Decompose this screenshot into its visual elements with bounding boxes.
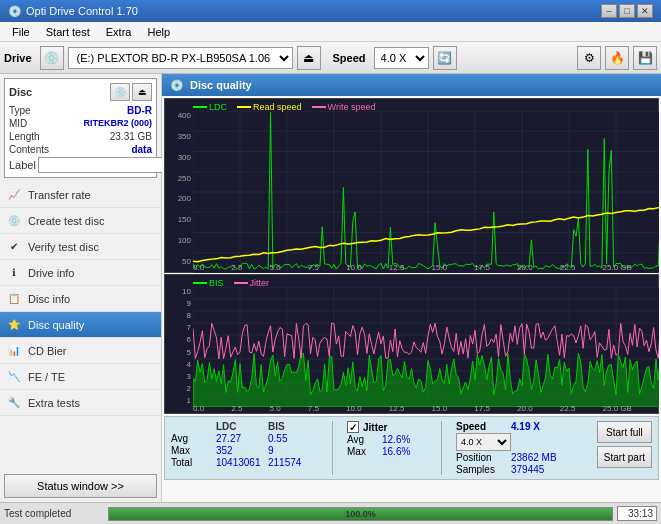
start-full-button[interactable]: Start full <box>597 421 652 443</box>
nav-label-fe-te: FE / TE <box>28 371 65 383</box>
disc-eject-button[interactable]: ⏏ <box>132 83 152 101</box>
main-layout: Disc 💿 ⏏ Type BD-R MID RITEKBR2 (000) Le… <box>0 74 661 502</box>
sidebar-item-transfer-rate[interactable]: 📈 Transfer rate <box>0 182 161 208</box>
sidebar-item-extra-tests[interactable]: 🔧 Extra tests <box>0 390 161 416</box>
statusbar: Test completed 100.0% 33:13 <box>0 502 661 524</box>
disc-length-field: Length 23.31 GB <box>9 131 152 142</box>
disc-load-button[interactable]: 💿 <box>110 83 130 101</box>
disc-info-panel: Disc 💿 ⏏ Type BD-R MID RITEKBR2 (000) Le… <box>4 78 157 178</box>
content-area: 💿 Disc quality LDC Read speed <box>162 74 661 502</box>
nav-icon-transfer-rate: 📈 <box>6 187 22 203</box>
legend-ldc: LDC <box>193 102 227 112</box>
top-chart-canvas <box>193 111 659 273</box>
top-chart-x-axis: 0.0 2.5 5.0 7.5 10.0 12.5 15.0 17.5 20.0… <box>193 263 632 272</box>
samples-row: Samples 379445 <box>456 464 571 475</box>
sidebar-item-fe-te[interactable]: 📉 FE / TE <box>0 364 161 390</box>
burn-button[interactable]: 🔥 <box>605 46 629 70</box>
speed-label: Speed <box>333 52 366 64</box>
nav-icon-verify-test-disc: ✔ <box>6 239 22 255</box>
status-text: Test completed <box>4 508 104 519</box>
legend-jitter: Jitter <box>234 278 270 288</box>
jitter-checkbox[interactable]: ✓ <box>347 421 359 433</box>
menu-help[interactable]: Help <box>139 22 178 41</box>
nav-icon-drive-info: ℹ <box>6 265 22 281</box>
sidebar: Disc 💿 ⏏ Type BD-R MID RITEKBR2 (000) Le… <box>0 74 162 502</box>
menu-start-test[interactable]: Start test <box>38 22 98 41</box>
avg-row: Avg 27.27 0.55 <box>171 433 318 444</box>
disc-section-title: Disc <box>9 86 32 98</box>
status-window-button[interactable]: Status window >> <box>4 474 157 498</box>
progress-text: 100.0% <box>345 509 376 519</box>
nav-label-drive-info: Drive info <box>28 267 74 279</box>
save-button[interactable]: 💾 <box>633 46 657 70</box>
minimize-button[interactable]: – <box>601 4 617 18</box>
app-icon: 💿 <box>8 5 22 18</box>
legend-read-speed: Read speed <box>237 102 302 112</box>
refresh-button[interactable]: 🔄 <box>433 46 457 70</box>
speed-select[interactable]: 4.0 X <box>374 47 429 69</box>
nav-label-extra-tests: Extra tests <box>28 397 80 409</box>
disc-label-row: Label 🔍 <box>9 157 152 173</box>
top-chart-legend: LDC Read speed Write speed <box>193 102 375 112</box>
nav-label-transfer-rate: Transfer rate <box>28 189 91 201</box>
speed-select-stats[interactable]: 4.0 X <box>456 433 511 451</box>
menu-file[interactable]: File <box>4 22 38 41</box>
sidebar-item-disc-info[interactable]: 📋 Disc info <box>0 286 161 312</box>
nav-list: 📈 Transfer rate💿 Create test disc✔ Verif… <box>0 182 161 416</box>
nav-label-disc-info: Disc info <box>28 293 70 305</box>
position-row: Position 23862 MB <box>456 452 571 463</box>
total-row: Total 10413061 211574 <box>171 457 318 468</box>
close-button[interactable]: ✕ <box>637 4 653 18</box>
top-chart-y-left: 400 350 300 250 200 150 100 50 <box>165 111 193 266</box>
drive-select[interactable]: (E:) PLEXTOR BD-R PX-LB950SA 1.06 <box>68 47 293 69</box>
bottom-chart-canvas <box>193 287 659 407</box>
stats-divider-2 <box>441 421 442 475</box>
sidebar-item-drive-info[interactable]: ℹ Drive info <box>0 260 161 286</box>
progress-bar: 100.0% <box>108 507 613 521</box>
sidebar-item-disc-quality[interactable]: ⭐ Disc quality <box>0 312 161 338</box>
menubar: File Start test Extra Help <box>0 22 661 42</box>
time-display: 33:13 <box>617 506 657 521</box>
legend-write-speed: Write speed <box>312 102 376 112</box>
sidebar-item-cd-bier[interactable]: 📊 CD Bier <box>0 338 161 364</box>
titlebar-title: 💿 Opti Drive Control 1.70 <box>8 5 138 18</box>
nav-icon-cd-bier: 📊 <box>6 343 22 359</box>
maximize-button[interactable]: □ <box>619 4 635 18</box>
sidebar-item-verify-test-disc[interactable]: ✔ Verify test disc <box>0 234 161 260</box>
speed-header-row: Speed 4.19 X 4.0 X <box>456 421 571 451</box>
jitter-stats: ✓ Jitter Avg 12.6% Max 16.6% <box>347 421 427 457</box>
titlebar: 💿 Opti Drive Control 1.70 – □ ✕ <box>0 0 661 22</box>
settings-button[interactable]: ⚙ <box>577 46 601 70</box>
bottom-chart-legend: BIS Jitter <box>193 278 269 288</box>
toolbar: Drive 💿 (E:) PLEXTOR BD-R PX-LB950SA 1.0… <box>0 42 661 74</box>
drive-label: Drive <box>4 52 32 64</box>
disc-contents-field: Contents data <box>9 144 152 155</box>
legend-bis: BIS <box>193 278 224 288</box>
bottom-chart-y-left: 10 9 8 7 6 5 4 3 2 1 <box>165 287 193 405</box>
disc-label-input[interactable] <box>38 157 171 173</box>
disc-mid-field: MID RITEKBR2 (000) <box>9 118 152 129</box>
eject-button[interactable]: ⏏ <box>297 46 321 70</box>
nav-label-create-test-disc: Create test disc <box>28 215 104 227</box>
content-header-icon: 💿 <box>170 79 184 92</box>
nav-icon-create-test-disc: 💿 <box>6 213 22 229</box>
content-header: 💿 Disc quality <box>162 74 661 96</box>
sidebar-item-create-test-disc[interactable]: 💿 Create test disc <box>0 208 161 234</box>
jitter-max-row: Max 16.6% <box>347 446 427 457</box>
nav-icon-extra-tests: 🔧 <box>6 395 22 411</box>
ldc-bis-stats: LDC BIS Avg 27.27 0.55 Max 352 9 Total <box>171 421 318 468</box>
window-controls: – □ ✕ <box>601 4 653 18</box>
nav-icon-disc-info: 📋 <box>6 291 22 307</box>
stats-area: LDC BIS Avg 27.27 0.55 Max 352 9 Total <box>164 416 659 480</box>
speed-stats: Speed 4.19 X 4.0 X Position 23862 MB Sam… <box>456 421 571 475</box>
disc-type-field: Type BD-R <box>9 105 152 116</box>
drive-icon-button[interactable]: 💿 <box>40 46 64 70</box>
menu-extra[interactable]: Extra <box>98 22 140 41</box>
nav-icon-fe-te: 📉 <box>6 369 22 385</box>
start-part-button[interactable]: Start part <box>597 446 652 468</box>
max-row: Max 352 9 <box>171 445 318 456</box>
nav-label-verify-test-disc: Verify test disc <box>28 241 99 253</box>
content-header-title: Disc quality <box>190 79 252 91</box>
stats-divider-1 <box>332 421 333 475</box>
jitter-avg-row: Avg 12.6% <box>347 434 427 445</box>
